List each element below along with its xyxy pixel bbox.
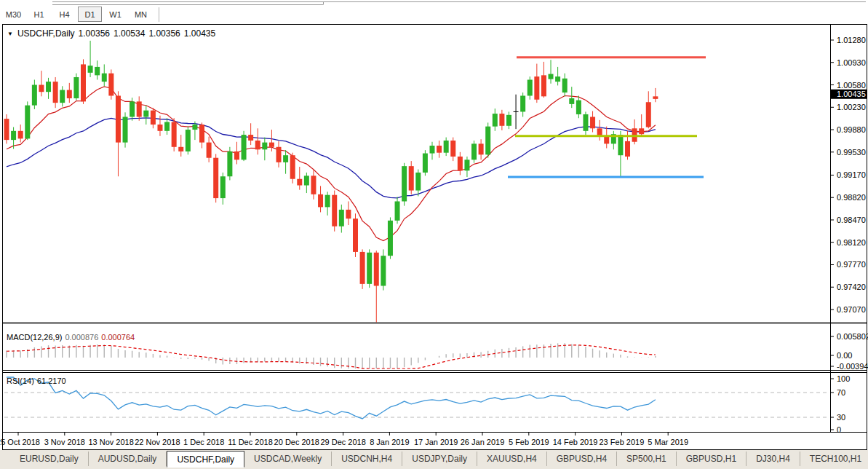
candle-body — [549, 74, 554, 79]
candle-body — [346, 210, 351, 218]
candle-body — [242, 135, 247, 159]
candle-body — [95, 67, 100, 75]
candle-body — [444, 141, 449, 153]
svg-text:0.005802: 0.005802 — [837, 332, 868, 341]
candle-body — [576, 100, 581, 114]
timeframe-button-m30[interactable]: M30 — [1, 7, 25, 22]
svg-text:1.01280: 1.01280 — [837, 36, 866, 44]
candle-body — [297, 179, 302, 186]
ohlc-open: 1.00356 — [79, 28, 110, 39]
svg-text:100: 100 — [837, 374, 850, 383]
svg-text:70: 70 — [837, 388, 845, 397]
chart-tab-usdcad-weekly[interactable]: USDCAD,Weekly — [244, 452, 332, 466]
chart-tab-gbpusd-h4[interactable]: GBPUSD,H4 — [547, 452, 617, 466]
candle-body — [395, 201, 400, 220]
chart-tab-xauusd-h4[interactable]: XAUUSD,H4 — [477, 452, 547, 466]
candle-body — [527, 79, 533, 95]
candle-body — [262, 143, 267, 150]
candle-body — [541, 75, 546, 96]
candle-body — [269, 143, 274, 147]
svg-text:1.00930: 1.00930 — [837, 58, 866, 67]
svg-text:1 Dec 2018: 1 Dec 2018 — [183, 438, 224, 446]
svg-text:-0.003945: -0.003945 — [837, 362, 868, 371]
candle-body — [4, 119, 9, 140]
candle-body — [423, 154, 428, 173]
candle-body — [367, 253, 372, 284]
timeframe-button-d1[interactable]: D1 — [78, 7, 102, 22]
candle-body — [290, 155, 295, 179]
candle-body — [464, 159, 469, 170]
candle-body — [569, 98, 574, 104]
chart-title: ▼USDCHF,Daily1.003561.005341.003561.0043… — [7, 28, 215, 39]
timeframe-button-mn[interactable]: MN — [129, 7, 153, 22]
svg-text:0.98120: 0.98120 — [837, 238, 866, 247]
timeframe-button-w1[interactable]: W1 — [103, 7, 127, 22]
candle-body — [283, 155, 288, 162]
chart-tab-sp500-h1[interactable]: SP500,H1 — [617, 452, 677, 466]
candle-body — [479, 143, 484, 154]
candle-body — [332, 195, 337, 226]
chart-tab-audusd-daily[interactable]: AUDUSD,Daily — [89, 452, 167, 466]
svg-text:0.99530: 0.99530 — [837, 148, 866, 157]
candle-body — [255, 141, 260, 149]
macd-indicator-label: MACD(12,26,9)0.0008760.000764 — [7, 333, 135, 342]
ohlc-bid: 1.00435 — [184, 28, 215, 39]
candle-body — [67, 90, 72, 98]
candle-body — [381, 256, 386, 285]
chart-tab-usdjpy-daily[interactable]: USDJPY,Daily — [402, 452, 477, 466]
candle-body — [186, 130, 191, 151]
candle-body — [25, 106, 30, 139]
chart-tab-usdcnh-h4[interactable]: USDCNH,H4 — [332, 452, 402, 466]
svg-text:23 Feb 2019: 23 Feb 2019 — [600, 438, 645, 446]
chart-symbol-label: USDCHF,Daily — [17, 28, 75, 39]
chart-tab-usdchf-daily[interactable]: USDCHF,Daily — [167, 451, 244, 468]
chart-tab-eurusd-daily[interactable]: EURUSD,Daily — [10, 452, 89, 466]
macd-name: MACD(12,26,9) — [7, 333, 62, 342]
macd-signal-value: 0.000764 — [101, 333, 135, 342]
candle-body — [88, 66, 93, 73]
candle-body — [520, 95, 525, 111]
rsi-indicator-label: RSI(14)61.2170 — [7, 377, 66, 385]
timeframe-button-h1[interactable]: H1 — [27, 7, 51, 22]
svg-text:0.99880: 0.99880 — [837, 125, 866, 134]
candle-body — [604, 136, 609, 144]
candle-body — [388, 221, 393, 256]
chart-tab-dj30-h4[interactable]: DJ30,H4 — [746, 452, 800, 466]
symbol-dropdown-icon[interactable]: ▼ — [7, 31, 13, 37]
candle-body — [116, 95, 121, 142]
candle-body — [11, 131, 16, 140]
candle-body — [234, 151, 239, 159]
candle-body — [353, 218, 358, 252]
svg-text:5 Mar 2019: 5 Mar 2019 — [648, 438, 688, 446]
svg-text:30: 30 — [837, 413, 845, 422]
candle-body — [450, 141, 455, 157]
svg-text:1.00580: 1.00580 — [837, 81, 866, 90]
svg-text:1.00435: 1.00435 — [837, 90, 866, 98]
candle-body — [130, 101, 135, 117]
candle-body — [325, 195, 330, 208]
svg-text:0.98470: 0.98470 — [837, 216, 866, 224]
svg-text:0.99170: 0.99170 — [837, 170, 866, 179]
svg-text:25 Oct 2018: 25 Oct 2018 — [0, 438, 40, 446]
svg-text:29 Dec 2018: 29 Dec 2018 — [320, 438, 365, 446]
candle-body — [73, 77, 79, 98]
chart-tab-tech100-h1[interactable]: TECH100,H1 — [800, 452, 868, 466]
svg-text:17 Jan 2019: 17 Jan 2019 — [414, 438, 458, 446]
svg-text:13 Nov 2018: 13 Nov 2018 — [88, 438, 133, 446]
ohlc-low: 1.00356 — [148, 28, 180, 39]
candle-body — [213, 158, 218, 198]
svg-text:0.97070: 0.97070 — [837, 305, 866, 314]
chart-tab-gbpusd-h1[interactable]: GBPUSD,H1 — [677, 452, 746, 466]
chart-window-frame — [3, 25, 867, 450]
candle-body — [409, 166, 414, 190]
candle-body — [471, 143, 477, 159]
svg-text:20 Dec 2018: 20 Dec 2018 — [274, 438, 319, 446]
price-chart-canvas[interactable]: 1.012801.009301.005801.002300.998800.995… — [0, 0, 868, 469]
candle-body — [151, 111, 156, 125]
candle-body — [506, 115, 511, 126]
candle-body — [415, 173, 421, 191]
timeframe-button-h4[interactable]: H4 — [52, 7, 76, 22]
candle-body — [318, 194, 323, 208]
svg-text:0.97770: 0.97770 — [837, 260, 866, 269]
candle-body — [276, 147, 282, 162]
